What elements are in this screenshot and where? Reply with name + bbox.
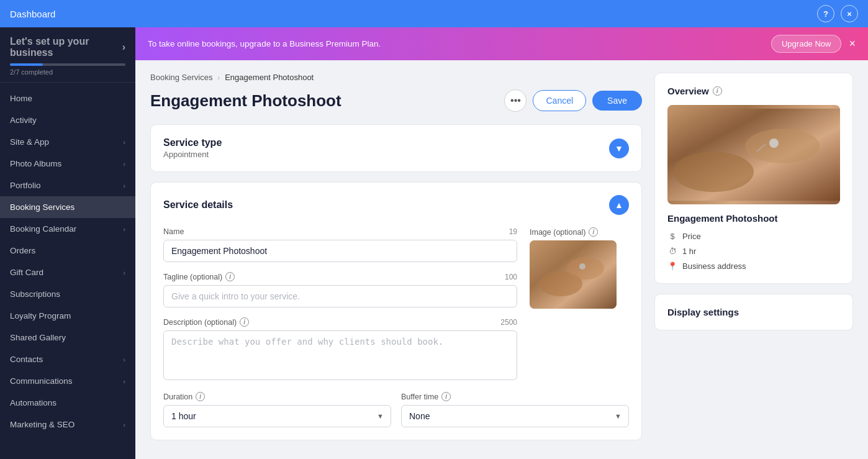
service-type-subtitle: Appointment: [163, 150, 222, 159]
sidebar-item-orders[interactable]: Orders: [0, 240, 135, 261]
sidebar-item-subscriptions[interactable]: Subscriptions: [0, 283, 135, 305]
sidebar-item-marketing-seo[interactable]: Marketing & SEO ›: [0, 414, 135, 435]
svg-point-5: [673, 152, 754, 192]
svg-point-7: [769, 139, 779, 148]
chevron-right-icon: ›: [123, 160, 125, 168]
upgrade-banner: To take online bookings, upgrade to a Bu…: [135, 27, 868, 60]
sidebar-item-communications[interactable]: Communications ›: [0, 370, 135, 392]
content-area: To take online bookings, upgrade to a Bu…: [135, 27, 868, 459]
sidebar-item-portfolio[interactable]: Portfolio ›: [0, 175, 135, 196]
chevron-up-icon: ▲: [615, 200, 623, 210]
overview-image-svg: [667, 105, 840, 204]
service-type-info: Service type Appointment: [163, 137, 222, 159]
sidebar-item-automations[interactable]: Automations: [0, 392, 135, 414]
page-header: Engagement Photoshoot ••• Cancel Save: [150, 89, 642, 112]
name-input[interactable]: [163, 240, 517, 262]
buffer-label-row: Buffer time i: [401, 392, 629, 401]
display-settings-card: Display settings: [654, 294, 853, 330]
overview-card: Overview i: [654, 73, 853, 284]
sidebar-item-photo-albums[interactable]: Photo Albums ›: [0, 153, 135, 175]
overview-service-name: Engagement Photoshoot: [667, 213, 840, 224]
topbar-actions: ? ×: [817, 5, 858, 22]
image-info-icon[interactable]: i: [589, 227, 598, 237]
overview-duration-item: ⏱ 1 hr: [667, 246, 840, 256]
overview-meta: $ Price ⏱ 1 hr 📍 Business address: [667, 231, 840, 271]
overview-image: [667, 105, 840, 204]
banner-actions: Upgrade Now ×: [771, 35, 856, 53]
sidebar-progress-text: 2/7 completed: [10, 68, 125, 76]
sidebar-item-booking-services[interactable]: Booking Services: [0, 196, 135, 218]
tagline-char-count: 100: [505, 273, 517, 281]
clock-icon: ⏱: [667, 246, 677, 256]
right-column: Overview i: [654, 73, 853, 447]
service-image-svg: [530, 240, 617, 309]
buffer-info-icon[interactable]: i: [441, 392, 451, 401]
service-details-toggle-button[interactable]: ▲: [609, 195, 629, 215]
svg-point-3: [579, 263, 585, 270]
description-info-icon[interactable]: i: [240, 317, 249, 327]
breadcrumb-parent[interactable]: Booking Services: [150, 73, 212, 82]
sidebar-item-home[interactable]: Home: [0, 88, 135, 109]
svg-point-2: [567, 257, 604, 279]
chevron-right-icon: ›: [123, 139, 125, 146]
service-details-title: Service details: [163, 199, 233, 211]
app-body: Let's set up your business › 2/7 complet…: [0, 27, 868, 459]
description-textarea[interactable]: [163, 330, 517, 380]
banner-text: To take online bookings, upgrade to a Bu…: [148, 39, 381, 48]
duration-group: Duration i 30 minutes 45 minutes 1 hour: [163, 392, 391, 427]
sidebar-item-contacts[interactable]: Contacts ›: [0, 348, 135, 370]
header-actions: ••• Cancel Save: [504, 89, 642, 112]
left-column: Booking Services › Engagement Photoshoot…: [150, 73, 642, 447]
close-button[interactable]: ×: [841, 5, 858, 22]
topbar-title: Dashboard: [10, 9, 55, 19]
buffer-select[interactable]: None 15 minutes 30 minutes 1 hour: [401, 405, 629, 427]
sidebar-progress-track: [10, 63, 125, 66]
banner-close-button[interactable]: ×: [849, 37, 856, 50]
name-group: Name 19 Tagline (optional) i: [163, 227, 517, 382]
upgrade-now-button[interactable]: Upgrade Now: [771, 35, 842, 53]
image-label-text: Image (optional) i: [530, 227, 598, 237]
price-icon: $: [667, 231, 677, 241]
duration-label-text: Duration i: [163, 392, 205, 401]
more-options-button[interactable]: •••: [504, 89, 527, 112]
overview-duration-label: 1 hr: [682, 247, 696, 256]
location-icon: 📍: [667, 261, 677, 271]
chevron-right-icon: ›: [123, 356, 125, 363]
save-button[interactable]: Save: [592, 91, 642, 111]
sidebar-item-gift-card[interactable]: Gift Card ›: [0, 261, 135, 283]
sidebar-item-booking-calendar[interactable]: Booking Calendar ›: [0, 218, 135, 240]
sidebar-setup[interactable]: Let's set up your business › 2/7 complet…: [0, 27, 135, 83]
name-label-row: Name 19: [163, 227, 517, 236]
page-content: Booking Services › Engagement Photoshoot…: [135, 60, 868, 459]
service-type-toggle-button[interactable]: ▼: [609, 139, 629, 158]
buffer-select-wrapper: None 15 minutes 30 minutes 1 hour ▼: [401, 405, 629, 427]
duration-select[interactable]: 30 minutes 45 minutes 1 hour 1.5 hours 2…: [163, 405, 391, 427]
display-settings-title: Display settings: [667, 307, 840, 317]
tagline-info-icon[interactable]: i: [225, 272, 235, 281]
service-type-title: Service type: [163, 137, 222, 148]
service-image: [530, 240, 617, 309]
breadcrumb: Booking Services › Engagement Photoshoot: [150, 73, 642, 82]
sidebar-item-site-app[interactable]: Site & App ›: [0, 131, 135, 153]
sidebar-item-activity[interactable]: Activity: [0, 109, 135, 131]
name-image-row: Name 19 Tagline (optional) i: [163, 227, 629, 382]
buffer-label-text: Buffer time i: [401, 392, 451, 401]
tagline-label-row: Tagline (optional) i 100: [163, 272, 517, 281]
chevron-down-icon: ▼: [615, 143, 623, 153]
sidebar-item-shared-gallery[interactable]: Shared Gallery: [0, 327, 135, 348]
duration-buffer-row: Duration i 30 minutes 45 minutes 1 hour: [163, 392, 629, 427]
overview-location-label: Business address: [682, 261, 746, 271]
description-label-text: Description (optional) i: [163, 317, 249, 327]
sidebar-setup-title[interactable]: Let's set up your business ›: [10, 36, 125, 58]
service-image-preview[interactable]: [530, 240, 617, 309]
help-button[interactable]: ?: [817, 5, 834, 22]
cancel-button[interactable]: Cancel: [533, 90, 586, 111]
image-label-row: Image (optional) i: [530, 227, 629, 237]
sidebar-progress-bar: [10, 63, 43, 66]
tagline-input[interactable]: [163, 285, 517, 307]
sidebar-nav: Home Activity Site & App › Photo Albums …: [0, 83, 135, 459]
duration-label-row: Duration i: [163, 392, 391, 401]
sidebar-item-loyalty-program[interactable]: Loyalty Program: [0, 305, 135, 327]
duration-info-icon[interactable]: i: [196, 392, 205, 401]
overview-info-icon[interactable]: i: [713, 86, 722, 96]
